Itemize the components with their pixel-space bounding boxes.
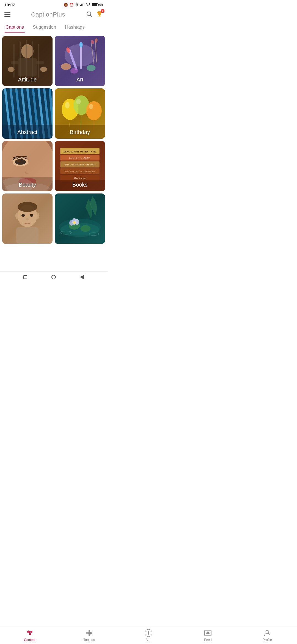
back-button[interactable] — [79, 274, 85, 280]
svg-point-85 — [26, 218, 29, 220]
svg-rect-2 — [82, 4, 83, 6]
svg-point-81 — [15, 212, 20, 219]
svg-point-28 — [70, 68, 78, 73]
svg-point-50 — [86, 101, 102, 120]
svg-rect-7 — [99, 15, 100, 16]
alarm-icon: ⏰ — [69, 3, 74, 7]
tab-hashtags[interactable]: Hashtags — [64, 22, 86, 33]
svg-rect-17 — [20, 41, 21, 78]
status-bar: 19:07 🔕 ⏰ — [0, 0, 107, 9]
art-label: Art — [55, 73, 105, 86]
wifi-icon — [86, 3, 90, 7]
bluetooth-icon — [75, 2, 79, 7]
svg-point-83 — [21, 214, 25, 217]
svg-rect-13 — [36, 61, 44, 64]
svg-rect-19 — [32, 41, 33, 78]
grid-item-art[interactable]: Art — [55, 36, 105, 86]
boy-visual — [2, 193, 53, 244]
svg-point-27 — [61, 63, 71, 70]
grid-item-birthday[interactable]: Birthday — [55, 88, 105, 139]
svg-rect-8 — [98, 16, 101, 17]
grid-item-beauty[interactable]: Beauty — [2, 141, 53, 191]
svg-point-53 — [76, 99, 81, 104]
android-nav-bar — [0, 271, 107, 284]
svg-rect-12 — [11, 61, 19, 64]
svg-point-60 — [16, 160, 20, 162]
grid-item-abstract[interactable]: Abstract — [2, 88, 53, 139]
svg-rect-25 — [80, 44, 82, 70]
svg-point-91 — [81, 225, 91, 232]
status-time: 19:07 — [4, 2, 15, 7]
svg-text:EGO IS THE ENEMY: EGO IS THE ENEMY — [69, 157, 91, 159]
svg-rect-18 — [26, 40, 27, 78]
trophy-badge: 1 — [101, 9, 105, 13]
grid-item-nature[interactable] — [55, 193, 105, 244]
svg-point-59 — [15, 159, 26, 165]
nature-visual — [55, 193, 105, 244]
nature-label — [55, 237, 105, 244]
svg-rect-0 — [80, 5, 81, 6]
svg-point-84 — [30, 214, 33, 217]
grid-item-attitude[interactable]: Attitude — [2, 36, 53, 86]
recent-apps-button[interactable] — [23, 274, 28, 280]
grid-item-books[interactable]: ZERO to ONE PETER THIEL EGO IS THE ENEMY… — [55, 141, 105, 191]
status-icons: 🔕 ⏰ — [64, 2, 103, 7]
svg-text:ZERO to ONE  PETER THIEL: ZERO to ONE PETER THIEL — [63, 150, 97, 153]
trophy-button[interactable]: 1 — [96, 11, 103, 18]
books-label: Books — [55, 178, 105, 191]
search-button[interactable] — [86, 11, 92, 18]
birthday-label: Birthday — [55, 126, 105, 139]
svg-point-4 — [88, 6, 88, 6]
attitude-label: Attitude — [2, 73, 53, 86]
svg-point-26 — [79, 42, 82, 47]
svg-rect-16 — [13, 44, 15, 78]
beauty-label: Beauty — [2, 178, 53, 191]
header-actions: 1 — [86, 11, 103, 18]
signal-icon — [80, 3, 84, 7]
svg-text:EXPONENTIAL ORGANIZATIONS: EXPONENTIAL ORGANIZATIONS — [65, 171, 95, 173]
silent-icon: 🔕 — [64, 3, 68, 7]
abstract-label: Abstract — [2, 126, 53, 139]
boy-label — [2, 237, 53, 244]
svg-point-52 — [65, 102, 70, 108]
menu-button[interactable] — [4, 12, 10, 17]
battery-icon — [92, 3, 98, 6]
app-title: CaptionPlus — [31, 11, 65, 18]
svg-rect-1 — [81, 4, 82, 6]
battery-level: 99 — [99, 3, 103, 7]
grid-item-boy[interactable] — [2, 193, 53, 244]
svg-point-54 — [89, 104, 93, 109]
svg-line-6 — [90, 15, 92, 17]
svg-text:THE OBSTACLE IS THE WAY: THE OBSTACLE IS THE WAY — [65, 163, 95, 166]
svg-point-95 — [73, 221, 76, 224]
header: CaptionPlus 1 — [0, 9, 107, 22]
home-button[interactable] — [51, 274, 56, 280]
tab-suggestion[interactable]: Suggestion — [32, 22, 57, 33]
svg-point-82 — [35, 212, 39, 219]
svg-point-29 — [87, 65, 96, 71]
svg-point-89 — [60, 223, 99, 237]
tabs: Captions Suggestion Hashtags — [0, 22, 107, 33]
category-grid: Attitude — [0, 33, 107, 247]
svg-rect-3 — [84, 3, 84, 6]
svg-point-80 — [18, 202, 37, 212]
tab-captions[interactable]: Captions — [4, 22, 25, 33]
svg-point-10 — [21, 44, 34, 58]
svg-rect-20 — [38, 44, 39, 78]
scroll-content: Attitude — [0, 33, 107, 271]
svg-point-15 — [40, 67, 47, 72]
